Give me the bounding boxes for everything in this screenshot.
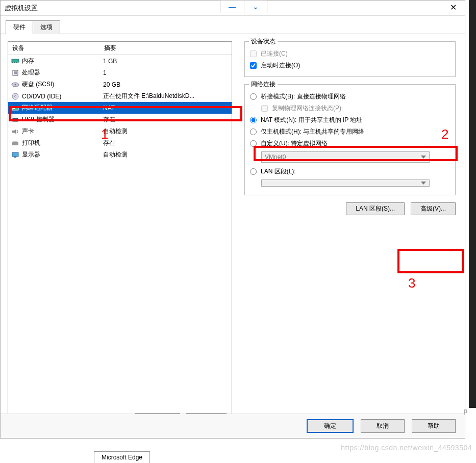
- cpu-icon: [11, 69, 19, 76]
- radio-bridged[interactable]: 桥接模式(B): 直接连接物理网络: [250, 91, 450, 102]
- custom-vmnet-select: VMnet0: [261, 151, 430, 163]
- chevron-down-icon: [421, 182, 426, 185]
- device-label: CD/DVD (IDE): [22, 93, 61, 100]
- device-summary: 自动检测: [103, 127, 128, 136]
- device-summary: 存在: [103, 115, 115, 124]
- device-status-group: 设备状态 已连接(C) 启动时连接(O): [244, 41, 456, 77]
- device-summary: NAT: [103, 105, 115, 112]
- device-label: 声卡: [22, 127, 34, 136]
- memory-icon: [11, 58, 19, 65]
- device-row-display[interactable]: 显示器 自动检测: [8, 149, 232, 161]
- svg-rect-3: [16, 62, 17, 63]
- radio-nat-label: NAT 模式(N): 用于共享主机的 IP 地址: [261, 116, 362, 124]
- device-settings-panel: 设备状态 已连接(C) 启动时连接(O) 网络连接 桥接模式(B): 直接连接物…: [242, 41, 458, 431]
- dialog-button-bar: 确定 取消 帮助: [1, 414, 465, 438]
- svg-rect-15: [13, 141, 17, 142]
- tab-options[interactable]: 选项: [33, 20, 60, 34]
- vm-settings-window: — ⌄ 虚拟机设置 ✕ 硬件 选项 设备 摘要 内存 1 GB 处理器: [0, 0, 465, 439]
- radio-hostonly[interactable]: 仅主机模式(H): 与主机共享的专用网络: [250, 126, 450, 138]
- svg-rect-17: [14, 157, 16, 158]
- lan-segments-button[interactable]: LAN 区段(S)...: [346, 202, 405, 215]
- cd-icon: [11, 93, 19, 100]
- device-row-cddvd[interactable]: CD/DVD (IDE) 正在使用文件 E:\BaiduNetdiskD...: [8, 90, 232, 102]
- group-title: 设备状态: [249, 37, 278, 46]
- window-title: 虚拟机设置: [5, 4, 38, 13]
- radio-lan-segment-label: LAN 区段(L):: [261, 167, 296, 176]
- advanced-button[interactable]: 高级(V)...: [411, 202, 456, 215]
- radio-bridged-label: 桥接模式(B): 直接连接物理网络: [261, 92, 346, 101]
- help-button[interactable]: 帮助: [412, 419, 456, 433]
- device-row-disk[interactable]: 硬盘 (SCSI) 20 GB: [8, 79, 232, 90]
- checkbox-connect-at-power-input[interactable]: [250, 62, 257, 69]
- device-summary: 1: [103, 69, 107, 76]
- svg-rect-10: [12, 107, 18, 110]
- radio-lan-segment-input[interactable]: [250, 168, 257, 175]
- radio-hostonly-input[interactable]: [250, 128, 257, 135]
- watermark-text: https://blog.csdn.net/weixin_44593504: [341, 444, 472, 452]
- checkbox-replicate: 复制物理网络连接状态(P): [261, 102, 450, 114]
- checkbox-connect-at-power[interactable]: 启动时连接(O): [250, 60, 450, 71]
- device-row-network-adapter[interactable]: 网络适配器 NAT: [8, 102, 232, 114]
- display-icon: [11, 151, 19, 159]
- checkbox-connected-input: [250, 50, 257, 57]
- group-title: 网络连接: [249, 80, 278, 89]
- device-summary: 1 GB: [103, 58, 117, 65]
- device-label: USB 控制器: [22, 115, 55, 124]
- radio-bridged-input[interactable]: [250, 93, 257, 100]
- device-summary: 正在使用文件 E:\BaiduNetdiskD...: [103, 92, 194, 100]
- custom-vmnet-value: VMnet0: [265, 153, 286, 161]
- network-connection-group: 网络连接 桥接模式(B): 直接连接物理网络 复制物理网络连接状态(P) NAT…: [244, 84, 456, 195]
- header-summary: 摘要: [104, 44, 116, 53]
- svg-point-7: [15, 84, 16, 85]
- stray-p-char: p: [464, 407, 467, 415]
- device-row-sound[interactable]: 声卡 自动检测: [8, 125, 232, 137]
- device-label: 网络适配器: [22, 104, 53, 112]
- checkbox-replicate-label: 复制物理网络连接状态(P): [272, 104, 341, 113]
- device-label: 硬盘 (SCSI): [22, 80, 54, 89]
- radio-custom-input[interactable]: [250, 140, 257, 147]
- device-label: 显示器: [22, 150, 40, 159]
- network-extra-buttons: LAN 区段(S)... 高级(V)...: [244, 202, 456, 215]
- radio-nat-input[interactable]: [250, 117, 257, 123]
- svg-rect-1: [12, 62, 13, 63]
- device-label: 内存: [22, 57, 34, 65]
- device-row-printer[interactable]: 打印机 存在: [8, 137, 232, 149]
- content-area: 设备 摘要 内存 1 GB 处理器 1 硬盘 (SCSI) 20 GB CD/D…: [1, 34, 465, 439]
- svg-rect-5: [14, 71, 17, 74]
- device-summary: 存在: [103, 139, 115, 147]
- svg-rect-12: [13, 118, 18, 121]
- device-table: 设备 摘要 内存 1 GB 处理器 1 硬盘 (SCSI) 20 GB CD/D…: [8, 42, 232, 408]
- radio-nat[interactable]: NAT 模式(N): 用于共享主机的 IP 地址: [250, 114, 450, 126]
- svg-rect-16: [12, 152, 18, 157]
- usb-icon: [11, 116, 19, 123]
- radio-hostonly-label: 仅主机模式(H): 与主机共享的专用网络: [261, 127, 364, 136]
- radio-custom[interactable]: 自定义(U): 特定虚拟网络: [250, 138, 450, 149]
- checkbox-replicate-input: [261, 105, 268, 112]
- device-row-memory[interactable]: 内存 1 GB: [8, 55, 232, 67]
- ok-button[interactable]: 确定: [307, 419, 354, 433]
- svg-point-9: [15, 95, 16, 97]
- checkbox-connect-at-power-label: 启动时连接(O): [261, 61, 300, 70]
- device-label: 处理器: [22, 68, 40, 77]
- svg-rect-0: [12, 59, 19, 62]
- tabbar: 硬件 选项: [1, 16, 465, 34]
- svg-rect-11: [13, 108, 15, 109]
- device-summary: 20 GB: [103, 81, 120, 88]
- radio-lan-segment[interactable]: LAN 区段(L):: [250, 166, 450, 177]
- tab-hardware[interactable]: 硬件: [6, 20, 33, 34]
- cancel-button[interactable]: 取消: [361, 419, 405, 433]
- taskbar-edge-tab[interactable]: Microsoft Edge: [94, 451, 150, 463]
- titlebar: 虚拟机设置 ✕: [1, 1, 465, 16]
- checkbox-connected-label: 已连接(C): [261, 49, 288, 58]
- device-table-header: 设备 摘要: [8, 42, 232, 55]
- disk-icon: [11, 81, 19, 88]
- close-icon[interactable]: ✕: [446, 2, 461, 13]
- device-row-cpu[interactable]: 处理器 1: [8, 67, 232, 79]
- printer-icon: [11, 140, 19, 147]
- chevron-down-icon: [421, 156, 426, 159]
- device-row-usb[interactable]: USB 控制器 存在: [8, 114, 232, 125]
- device-label: 打印机: [22, 139, 40, 147]
- header-device: 设备: [12, 44, 104, 53]
- device-list-panel: 设备 摘要 内存 1 GB 处理器 1 硬盘 (SCSI) 20 GB CD/D…: [8, 41, 232, 431]
- side-dark-strip: [469, 0, 476, 408]
